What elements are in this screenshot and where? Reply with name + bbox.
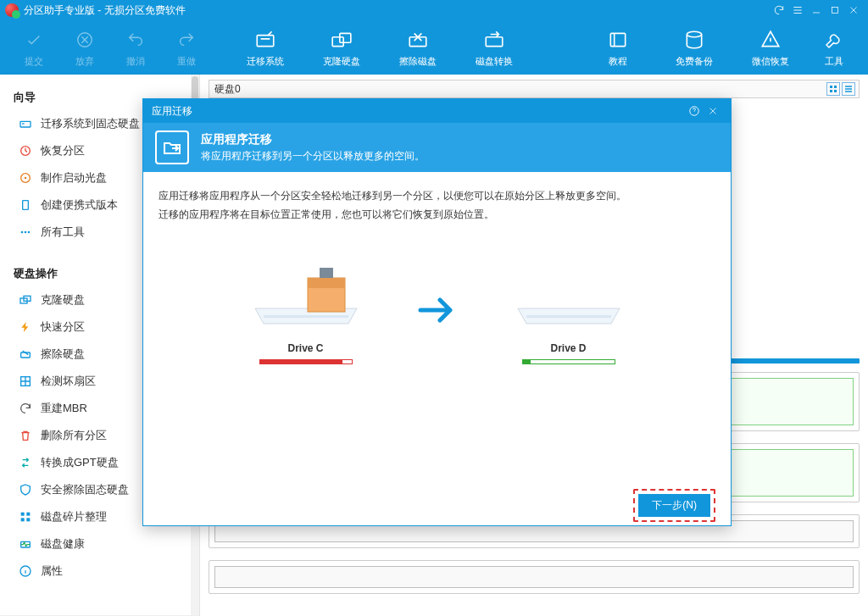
clone-disk-label: 克隆硬盘 bbox=[323, 55, 360, 68]
clone-icon bbox=[19, 293, 32, 307]
portable-icon bbox=[19, 198, 32, 212]
disk-header-bar[interactable]: 硬盘0 bbox=[209, 80, 860, 98]
svg-point-15 bbox=[25, 231, 27, 234]
wechat-recover-button[interactable]: 微信恢复 bbox=[732, 22, 809, 73]
sidebar-item-label: 安全擦除固态硬盘 bbox=[41, 482, 129, 497]
window-title: 分区助手专业版 - 无损分区免费软件 bbox=[24, 3, 186, 18]
sidebar-item-label: 迁移系统到固态硬盘 bbox=[41, 116, 140, 131]
sidebar-item-label: 磁盘健康 bbox=[41, 536, 85, 552]
redo-label: 重做 bbox=[177, 55, 196, 68]
grid-icon bbox=[19, 375, 32, 388]
trash-icon bbox=[19, 429, 32, 442]
tutorial-label: 教程 bbox=[609, 55, 627, 68]
sidebar-item-label: 克隆硬盘 bbox=[41, 292, 85, 308]
tools-button[interactable]: 工具 bbox=[809, 22, 860, 73]
svg-rect-27 bbox=[830, 86, 832, 88]
sidebar-item-label: 转换成GPT硬盘 bbox=[41, 455, 119, 470]
dialog-footer: 下一步(N) bbox=[143, 485, 731, 525]
sidebar-item-label: 磁盘碎片整理 bbox=[41, 509, 107, 524]
drive-icon bbox=[509, 258, 628, 334]
app-logo-icon bbox=[5, 3, 19, 17]
clone-disk-button[interactable]: 克隆硬盘 bbox=[303, 22, 380, 73]
help-icon[interactable] bbox=[685, 102, 704, 120]
target-drive: Drive D bbox=[509, 258, 628, 364]
free-backup-button[interactable]: 免费备份 bbox=[656, 22, 732, 73]
shield-erase-icon bbox=[19, 483, 32, 497]
drive-d-usage-bar bbox=[522, 359, 615, 364]
sidebar-item-label: 检测坏扇区 bbox=[41, 374, 96, 389]
dialog-close-icon[interactable] bbox=[704, 102, 722, 120]
svg-point-16 bbox=[28, 231, 31, 234]
dialog-header-subtitle: 将应用程序迁移到另一个分区以释放更多的空间。 bbox=[201, 149, 425, 164]
dialog-description-line: 应用迁移将应用程序从一个分区安全轻松地迁移到另一个分区，以便您可以在原始分区上释… bbox=[159, 187, 715, 206]
undo-label: 撤消 bbox=[126, 55, 145, 68]
dialog-title: 应用迁移 bbox=[152, 104, 192, 119]
eraser-icon bbox=[19, 347, 32, 361]
sidebar-item-properties[interactable]: 属性 bbox=[0, 558, 199, 585]
recover-icon bbox=[19, 144, 32, 158]
partition-row bbox=[209, 560, 860, 594]
svg-rect-33 bbox=[264, 315, 348, 318]
dialog-body: 应用迁移将应用程序从一个分区安全轻松地迁移到另一个分区，以便您可以在原始分区上释… bbox=[143, 172, 731, 485]
info-icon bbox=[19, 564, 32, 578]
next-button[interactable]: 下一步(N) bbox=[638, 494, 710, 517]
discard-label: 放弃 bbox=[75, 55, 94, 68]
minimize-icon[interactable] bbox=[807, 2, 826, 19]
svg-point-14 bbox=[21, 231, 24, 234]
main-toolbar: 提交 放弃 撤消 重做 迁移系统 克隆硬盘 擦除磁盘 磁盘转换 教程 免费备份 … bbox=[0, 20, 868, 75]
svg-rect-13 bbox=[23, 201, 29, 210]
svg-rect-23 bbox=[21, 518, 25, 521]
refresh-icon[interactable] bbox=[770, 2, 788, 19]
defrag-icon bbox=[19, 510, 32, 524]
svg-rect-35 bbox=[308, 278, 345, 288]
svg-rect-30 bbox=[834, 90, 837, 92]
svg-rect-6 bbox=[486, 36, 503, 46]
next-button-highlight: 下一步(N) bbox=[633, 489, 715, 522]
bolt-icon bbox=[19, 320, 32, 334]
commit-label: 提交 bbox=[25, 55, 43, 68]
dialog-description-line: 迁移的应用程序将在目标位置正常使用，您也可以将它们恢复到原始位置。 bbox=[159, 206, 715, 225]
sidebar-item-label: 快速分区 bbox=[41, 319, 85, 335]
view-grid-icon[interactable] bbox=[826, 82, 840, 96]
view-list-icon[interactable] bbox=[842, 82, 855, 96]
disk-convert-button[interactable]: 磁盘转换 bbox=[456, 22, 532, 73]
svg-rect-29 bbox=[830, 90, 832, 92]
svg-rect-3 bbox=[332, 36, 343, 46]
sidebar-item-label: 恢复分区 bbox=[41, 143, 85, 158]
health-icon bbox=[19, 537, 32, 551]
sidebar-item-label: 删除所有分区 bbox=[41, 428, 107, 443]
dialog-header: 应用程序迁移 将应用程序迁移到另一个分区以释放更多的空间。 bbox=[143, 123, 731, 172]
tutorial-button[interactable]: 教程 bbox=[580, 22, 656, 73]
dots-icon bbox=[19, 225, 32, 239]
svg-rect-36 bbox=[320, 268, 333, 278]
svg-rect-22 bbox=[26, 513, 30, 516]
disk-convert-label: 磁盘转换 bbox=[476, 55, 513, 68]
tools-label: 工具 bbox=[825, 55, 843, 68]
sidebar-item-label: 擦除硬盘 bbox=[41, 347, 85, 362]
undo-button[interactable]: 撤消 bbox=[110, 22, 161, 73]
svg-rect-28 bbox=[834, 86, 837, 88]
free-backup-label: 免费备份 bbox=[676, 55, 713, 68]
source-drive: Drive C bbox=[247, 258, 365, 364]
close-icon[interactable] bbox=[844, 2, 863, 19]
cd-icon bbox=[19, 171, 32, 185]
drive-c-usage-bar bbox=[259, 359, 353, 364]
dialog-header-title: 应用程序迁移 bbox=[201, 132, 425, 147]
sidebar-item-label: 创建便携式版本 bbox=[41, 197, 118, 213]
drive-illustration: Drive C Drive D bbox=[159, 258, 715, 364]
redo-button[interactable]: 重做 bbox=[161, 22, 212, 73]
maximize-icon[interactable] bbox=[826, 2, 844, 19]
svg-rect-5 bbox=[409, 36, 426, 46]
wipe-disk-label: 擦除磁盘 bbox=[399, 55, 437, 68]
svg-rect-24 bbox=[26, 518, 30, 521]
menu-icon[interactable] bbox=[788, 2, 807, 19]
dialog-titlebar: 应用迁移 bbox=[143, 99, 731, 123]
migrate-os-button[interactable]: 迁移系统 bbox=[227, 22, 303, 73]
wipe-disk-button[interactable]: 擦除磁盘 bbox=[380, 22, 456, 73]
drive-icon bbox=[247, 258, 365, 334]
app-migration-dialog: 应用迁移 应用程序迁移 将应用程序迁移到另一个分区以释放更多的空间。 应用迁移将… bbox=[142, 98, 732, 526]
discard-button[interactable]: 放弃 bbox=[59, 22, 110, 73]
sidebar-item-label: 重建MBR bbox=[41, 401, 87, 416]
sidebar-item-disk-health[interactable]: 磁盘健康 bbox=[0, 530, 199, 558]
commit-button[interactable]: 提交 bbox=[8, 22, 59, 73]
